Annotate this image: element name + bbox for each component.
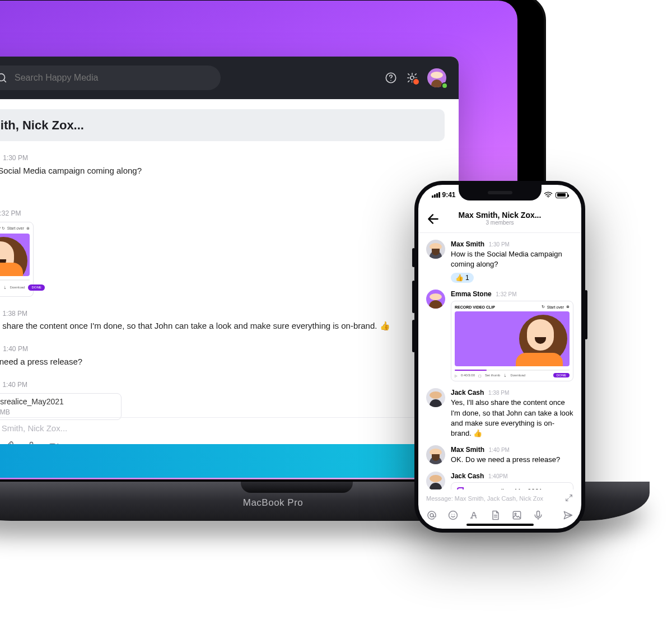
video-clip-card[interactable]: RECORD VIDEO CLIP ↻ Start over ⊗ [451,301,573,381]
avatar-icon[interactable] [426,290,445,309]
message-time: 1:30 PM [489,241,510,248]
status-time: 9:41 [442,191,456,199]
compose-input[interactable]: ssage Max Smith, Nick Zox... [0,417,454,439]
start-over-label[interactable]: Start over [7,226,24,231]
file-icon[interactable] [490,510,501,521]
clip-preview [0,234,30,276]
message: Max Smith 1:40 PM OK. Do we need a press… [426,445,573,465]
avatar-icon[interactable] [426,445,445,464]
reaction-pill[interactable]: 👍 1 [451,273,474,283]
message-author: Max Smith [451,240,484,248]
search-icon [0,72,8,84]
download-icon[interactable]: ⭳ [3,285,7,290]
image-icon[interactable] [511,510,522,521]
chat-app-window: ax Smith, Nick Zox... Max Smith 1:30 PM … [0,57,459,460]
power-button [585,290,587,339]
app-topbar [0,57,459,99]
message: Jack Cash 1:40PM pressrealice_May2021 11… [426,472,573,489]
message-time: 1:38 PM [2,310,27,318]
download-label[interactable]: Download [510,374,525,377]
play-icon[interactable]: ▷ [455,374,458,377]
message: Max Smith 1:30 PM How is the Social Medi… [426,240,573,283]
phone-notch [459,185,542,200]
clip-preview [455,311,570,366]
refresh-icon[interactable]: ↻ [2,226,5,231]
message-time: 1:40 PM [2,381,27,389]
conversation-header[interactable]: ax Smith, Nick Zox... [0,109,445,141]
message-author: Jack Cash [451,389,484,397]
message-author: Jack Cash [451,472,484,480]
close-icon[interactable]: ⊗ [26,226,30,231]
video-clip-card[interactable]: RECORD VIDEO CLIP ↻ Start over ⊗ [0,222,34,297]
expand-icon[interactable] [564,493,573,503]
phone-message-thread[interactable]: Max Smith 1:30 PM How is the Social Medi… [418,234,581,489]
microphone-icon[interactable] [533,510,544,521]
compose-input[interactable]: Message: Max Smith, Jack Cash, Nick Zox [426,495,543,502]
message-time: 1:40 PM [3,345,28,353]
svg-point-2 [410,76,414,80]
start-over-label[interactable]: Start over [547,305,564,309]
phone-compose-area: Message: Max Smith, Jack Cash, Nick Zox [418,492,581,521]
message: Max Smith 1:30 PM How is the Social Medi… [0,151,454,197]
message-author: Max Smith [451,446,484,454]
file-name: pressrealice_May2021 [475,488,543,489]
svg-rect-13 [537,511,540,517]
image-icon[interactable]: ▢ [478,374,482,377]
laptop-notch-cutout [241,482,353,493]
message-thread: Max Smith 1:30 PM How is the Social Medi… [0,141,459,420]
message-text: OK. Do we need a press release? [0,356,454,368]
clip-progress-bar[interactable] [0,279,30,281]
send-button[interactable] [562,510,573,521]
clip-progress-bar[interactable] [455,370,570,371]
volume-down-button [412,320,415,352]
message: Jack Cash 1:38 PM Yes, I'll also share t… [0,307,454,333]
message: Nick Zox 1:32 PM RECORD VIDEO CLIP ↻ Sta… [0,207,454,296]
clip-title: RECORD VIDEO CLIP [0,226,1,231]
signal-icon [432,192,440,198]
mention-icon[interactable] [426,510,437,521]
iphone-frame: 9:41 Max Smith, Nick Zox... 3 members Ma… [414,181,585,533]
phone-compose-toolbar [426,510,573,521]
message-time: 1:30 PM [3,154,28,162]
message: Max Smith 1:40 PM OK. Do we need a press… [0,342,454,368]
phone-screen: 9:41 Max Smith, Nick Zox... 3 members Ma… [418,185,581,529]
avatar-icon[interactable] [426,240,445,259]
avatar-icon[interactable] [426,388,445,407]
conversation-title[interactable]: Max Smith, Nick Zox... [418,208,581,220]
download-label[interactable]: Download [10,285,25,290]
search-box[interactable] [0,66,221,90]
search-input[interactable] [15,73,211,83]
message-time: 1:40PM [488,473,507,479]
refresh-icon[interactable]: ↻ [542,305,545,309]
avatar-icon[interactable] [426,472,445,489]
home-indicator[interactable] [466,524,534,526]
mute-switch [412,248,415,267]
close-icon[interactable]: ⊗ [566,305,570,309]
download-icon[interactable]: ⭳ [503,374,507,377]
message-text: OK. Do we need a press release? [451,455,573,465]
message-author: Emma Stone [451,290,492,298]
emoji-icon[interactable] [447,510,459,521]
presence-online-icon [441,82,448,89]
done-button[interactable]: DONE [553,373,570,377]
clip-progress-time: 0:40/3:00 [461,374,475,377]
done-button[interactable]: DONE [28,284,44,291]
back-button[interactable] [426,212,441,226]
set-thumb-label[interactable]: Set thumb [485,374,500,377]
formatting-icon[interactable] [469,510,480,521]
wifi-icon [544,191,553,199]
volume-up-button [412,281,415,313]
reaction-count: 1 [465,274,469,282]
message-text: How is the Social Media campaign coming … [451,249,573,269]
message-text: Yes, I'll also share the content once I'… [451,398,573,439]
message-text: How is the Social Media campaign coming … [0,165,454,177]
svg-point-12 [515,513,516,515]
file-name: pressrealice_May2021 [0,396,64,407]
thumbs-up-icon: 👍 [455,274,464,282]
whats-new-icon[interactable] [406,72,418,84]
svg-point-8 [548,197,549,198]
help-icon[interactable] [385,72,397,84]
file-attachment[interactable]: pressrealice_May2021 11.2 MB [451,482,573,489]
member-count: 3 members [418,220,581,226]
current-user-avatar[interactable] [427,68,446,87]
